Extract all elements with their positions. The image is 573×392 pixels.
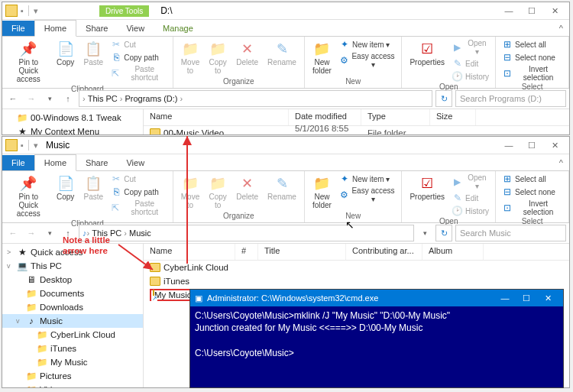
copy-button[interactable]: 📄Copy bbox=[53, 38, 78, 68]
new-item-button[interactable]: ✦New item ▾ bbox=[338, 38, 397, 50]
cmd-titlebar[interactable]: ▣ Administrator: C:\Windows\system32\cmd… bbox=[190, 290, 563, 306]
up-button[interactable]: ↑ bbox=[60, 225, 76, 241]
nav-tree[interactable]: >★Quick accessv💻This PC🖥Desktop📁Document… bbox=[2, 244, 144, 387]
tab-view[interactable]: View bbox=[117, 155, 154, 170]
list-header[interactable]: Name # Title Contributing ar... Album bbox=[144, 244, 569, 261]
tree-node[interactable]: 📁Videos bbox=[2, 383, 143, 387]
search-input[interactable]: Search Music bbox=[455, 225, 566, 241]
new-folder-button[interactable]: 📁Newfolder bbox=[309, 173, 335, 211]
breadcrumb-segment[interactable]: This PC bbox=[86, 94, 120, 103]
pin-button[interactable]: 📌Pin to Quick access bbox=[7, 173, 50, 219]
close-button[interactable]: ✕ bbox=[543, 138, 566, 153]
minimize-button[interactable]: — bbox=[497, 3, 520, 18]
tree-node[interactable]: 📁Documents bbox=[2, 287, 143, 300]
tree-node[interactable]: 📁My Music bbox=[2, 355, 143, 369]
history-button[interactable]: 🕑History bbox=[451, 70, 490, 83]
address-dropdown[interactable]: ▾ bbox=[417, 225, 432, 241]
titlebar[interactable]: ▪ ▾ Music — ☐ ✕ bbox=[2, 137, 569, 154]
recent-dropdown[interactable]: ▾ bbox=[42, 91, 57, 106]
col-title[interactable]: Title bbox=[258, 244, 346, 260]
tree-node[interactable]: v♪Music bbox=[2, 314, 143, 328]
properties-button[interactable]: ☑Properties bbox=[406, 173, 448, 202]
back-button[interactable]: ← bbox=[5, 91, 21, 106]
tree-node[interactable]: >★Quick access bbox=[2, 245, 143, 259]
new-item-button[interactable]: ✦New item ▾ bbox=[338, 173, 397, 185]
select-all-button[interactable]: ⊞Select all bbox=[500, 38, 564, 50]
qat-dropdown[interactable]: ▾ bbox=[34, 6, 38, 16]
history-button[interactable]: 🕑History bbox=[451, 205, 490, 217]
tab-view[interactable]: View bbox=[117, 21, 154, 36]
col-size[interactable]: Size bbox=[430, 109, 476, 125]
col-artists[interactable]: Contributing ar... bbox=[346, 244, 422, 260]
back-button[interactable]: ← bbox=[5, 225, 21, 241]
recent-dropdown[interactable]: ▾ bbox=[42, 225, 57, 241]
breadcrumb-segment[interactable]: Music bbox=[127, 228, 154, 238]
copy-path-button[interactable]: ⎘Copy path bbox=[109, 51, 168, 63]
tab-home[interactable]: Home bbox=[34, 20, 76, 37]
minimize-button[interactable]: — bbox=[497, 138, 520, 153]
col-name[interactable]: Name bbox=[144, 109, 289, 125]
maximize-button[interactable]: ☐ bbox=[520, 3, 543, 18]
rename-button[interactable]: ✎Rename bbox=[264, 173, 299, 202]
titlebar[interactable]: ▪ ▾ Drive Tools D:\ — ☐ ✕ bbox=[2, 2, 569, 20]
delete-button[interactable]: ✕Delete bbox=[233, 173, 261, 202]
open-button[interactable]: ▶Open ▾ bbox=[451, 38, 490, 57]
copy-path-button[interactable]: ⎘Copy path bbox=[109, 186, 168, 198]
paste-shortcut-button[interactable]: ⇱Paste shortcut bbox=[109, 199, 168, 217]
paste-button[interactable]: 📋Paste bbox=[81, 38, 107, 68]
rename-button[interactable]: ✎Rename bbox=[264, 38, 299, 68]
copy-to-button[interactable]: 📁Copyto bbox=[206, 38, 230, 76]
easy-access-button[interactable]: ⚙Easy access ▾ bbox=[338, 51, 397, 70]
col-num[interactable]: # bbox=[235, 244, 258, 260]
breadcrumb-segment[interactable]: This PC bbox=[89, 228, 124, 238]
up-button[interactable]: ↑ bbox=[60, 91, 76, 106]
select-all-button[interactable]: ⊞Select all bbox=[500, 173, 564, 185]
nav-tree[interactable]: 📁00-Windows 8.1 Tweak★My Context Menu>💻T… bbox=[2, 109, 144, 134]
qat-item[interactable]: ▪ bbox=[21, 141, 24, 150]
qat-item[interactable]: ▪ bbox=[21, 6, 24, 15]
file-row[interactable]: 00-Music Video5/1/2016 8:55 ...File fold… bbox=[144, 126, 569, 134]
tab-share[interactable]: Share bbox=[76, 155, 117, 170]
paste-shortcut-button[interactable]: ⇱Paste shortcut bbox=[109, 64, 168, 83]
properties-button[interactable]: ☑Properties bbox=[406, 38, 448, 68]
copy-to-button[interactable]: 📁Copyto bbox=[206, 173, 230, 211]
file-row[interactable]: CyberLink Cloud bbox=[144, 261, 569, 274]
tree-node[interactable]: 📁Pictures bbox=[2, 369, 143, 383]
tree-node[interactable]: 📁00-Windows 8.1 Tweak bbox=[2, 111, 143, 125]
forward-button[interactable]: → bbox=[24, 225, 39, 241]
open-button[interactable]: ▶Open ▾ bbox=[451, 173, 490, 191]
tab-file[interactable]: File bbox=[2, 21, 34, 36]
tree-node[interactable]: 📁CyberLink Cloud bbox=[2, 328, 143, 342]
file-row[interactable]: iTunes bbox=[144, 274, 569, 288]
tree-node[interactable]: ★My Context Menu bbox=[2, 125, 143, 134]
file-list[interactable]: Name Date modified Type Size 00-Music Vi… bbox=[144, 109, 569, 134]
address-bar[interactable]: ♪ › This PC › Music bbox=[79, 225, 414, 241]
tree-node[interactable]: v💻This PC bbox=[2, 259, 143, 273]
pin-button[interactable]: 📌Pin to Quick access bbox=[7, 38, 50, 85]
close-button[interactable]: ✕ bbox=[537, 293, 558, 303]
address-bar[interactable]: › This PC › Programs (D:) › bbox=[79, 90, 432, 107]
close-button[interactable]: ✕ bbox=[543, 3, 566, 18]
ribbon-collapse[interactable]: ^ bbox=[553, 155, 569, 170]
delete-button[interactable]: ✕Delete bbox=[233, 38, 261, 68]
tab-home[interactable]: Home bbox=[34, 154, 76, 171]
tab-file[interactable]: File bbox=[2, 155, 34, 170]
new-folder-button[interactable]: 📁Newfolder bbox=[309, 38, 335, 76]
search-input[interactable]: Search Programs (D:) bbox=[455, 90, 566, 107]
edit-button[interactable]: ✎Edit bbox=[451, 57, 490, 70]
move-to-button[interactable]: 📁Moveto bbox=[178, 38, 202, 76]
col-type[interactable]: Type bbox=[361, 109, 430, 125]
refresh-button[interactable]: ↻ bbox=[435, 225, 452, 241]
select-none-button[interactable]: ⊟Select none bbox=[500, 186, 564, 198]
forward-button[interactable]: → bbox=[24, 91, 39, 106]
easy-access-button[interactable]: ⚙Easy access ▾ bbox=[338, 186, 397, 204]
refresh-button[interactable]: ↻ bbox=[435, 90, 452, 107]
maximize-button[interactable]: ☐ bbox=[520, 138, 543, 153]
cut-button[interactable]: ✂Cut bbox=[109, 38, 168, 50]
copy-button[interactable]: 📄Copy bbox=[53, 173, 78, 202]
ribbon-collapse[interactable]: ^ bbox=[553, 21, 569, 36]
move-to-button[interactable]: 📁Moveto bbox=[178, 173, 202, 211]
tab-share[interactable]: Share bbox=[76, 21, 117, 36]
col-name[interactable]: Name bbox=[144, 244, 235, 260]
maximize-button[interactable]: ☐ bbox=[516, 293, 537, 303]
